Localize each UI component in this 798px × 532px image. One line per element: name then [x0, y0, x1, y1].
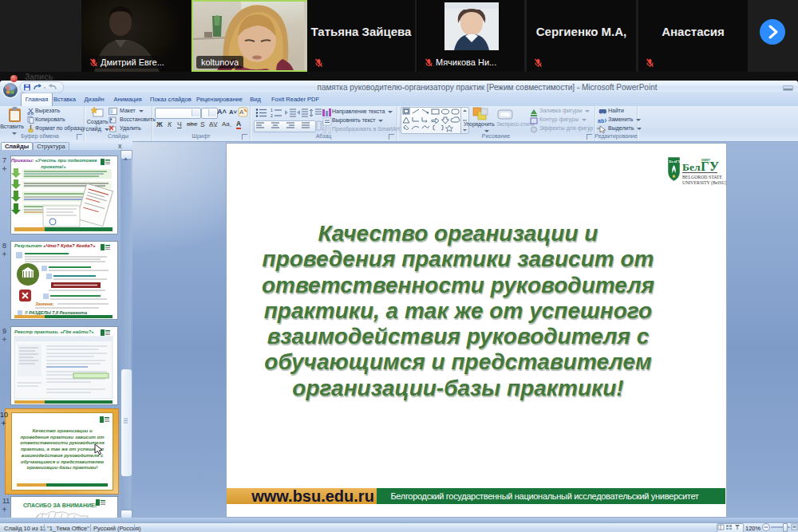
svg-text:!! РАЗДЕЛЫ 7,8 Регламента: !! РАЗДЕЛЫ 7,8 Регламента [25, 310, 87, 315]
svg-text:BELGOROD STATE: BELGOROD STATE [682, 175, 722, 179]
svg-text:Бел: Бел [682, 161, 701, 173]
svg-text:A: A [239, 108, 244, 116]
svg-text:ab: ab [598, 118, 604, 124]
svg-text:БелГУ: БелГУ [670, 160, 681, 164]
svg-text:Замена:: Замена: [35, 301, 54, 306]
svg-text:НИУ: НИУ [701, 158, 711, 162]
svg-text:2: 2 [271, 113, 273, 118]
svg-text:UNIVERSITY (BelSU): UNIVERSITY (BelSU) [682, 180, 726, 186]
svg-text:1: 1 [271, 108, 273, 112]
